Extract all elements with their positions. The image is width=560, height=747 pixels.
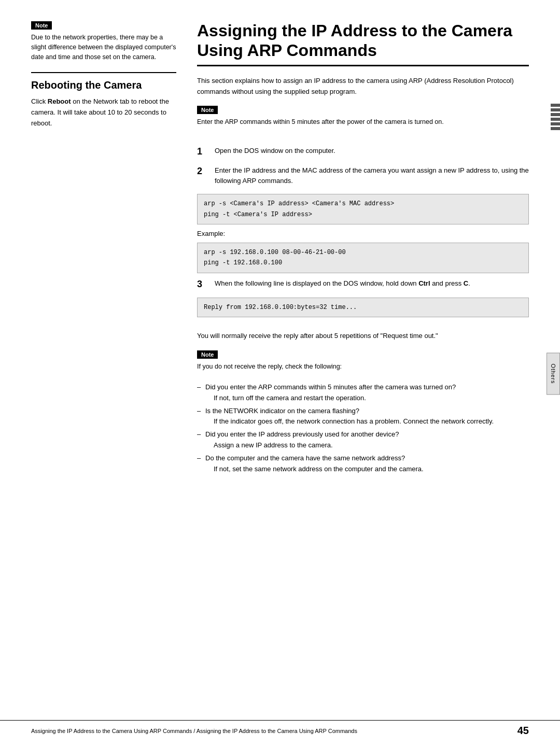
note2-text: If you do not receive the reply, check t… bbox=[197, 362, 529, 372]
left-note-label: Note bbox=[31, 21, 52, 30]
step-2-num: 2 bbox=[197, 165, 212, 177]
step-3: 3 When the following line is displayed o… bbox=[197, 278, 529, 290]
bullet-item-4: Do the computer and the camera have the … bbox=[197, 453, 529, 475]
step-3-text-after: . bbox=[468, 279, 470, 287]
right-note-text: Enter the ARP commands within 5 minutes … bbox=[197, 117, 529, 127]
step-3-bold-ctrl: Ctrl bbox=[418, 279, 430, 287]
page-container: Others Note Due to the network propertie… bbox=[0, 0, 560, 747]
step-2: 2 Enter the IP address and the MAC addre… bbox=[197, 165, 529, 187]
step-2-text: Enter the IP address and the MAC address… bbox=[215, 165, 529, 187]
bullet-item-3: Did you enter the IP address previously … bbox=[197, 429, 529, 451]
reboot-bold: Reboot bbox=[48, 97, 71, 105]
bullet-2-sub: If the indicator goes off, the network c… bbox=[205, 417, 494, 425]
bullet-list: Did you enter the ARP commands within 5 … bbox=[197, 382, 529, 474]
note2-label: Note bbox=[197, 350, 218, 359]
step-1-text: Open the DOS window on the computer. bbox=[215, 146, 529, 157]
code-box-1: arp -s <Camera's IP address> <Camera's M… bbox=[197, 194, 529, 224]
bullet-1-dash: Did you enter the ARP commands within 5 … bbox=[205, 383, 456, 391]
left-note-text: Due to the network properties, there may… bbox=[31, 33, 176, 62]
code-box-3-line1: Reply from 192.168.0.100:bytes=32 time..… bbox=[204, 302, 522, 313]
right-note-label: Note bbox=[197, 106, 218, 114]
code-box-2-line2: ping -t 192.168.0.100 bbox=[204, 258, 522, 268]
bullet-3-sub: Assign a new IP address to the camera. bbox=[205, 441, 333, 449]
code-box-1-line1: arp -s <Camera's IP address> <Camera's M… bbox=[204, 199, 522, 209]
bullet-item-2: Is the NETWORK indicator on the camera f… bbox=[197, 406, 529, 428]
after-step3-text: You will normally receive the reply afte… bbox=[197, 331, 529, 342]
bullet-item-1: Did you enter the ARP commands within 5 … bbox=[197, 382, 529, 404]
section-divider bbox=[31, 72, 176, 73]
sidebar-tab: Others bbox=[547, 353, 560, 394]
bullet-3-dash: Did you enter the IP address previously … bbox=[205, 430, 399, 438]
reboot-section-body: Click Reboot on the Network tab to reboo… bbox=[31, 96, 176, 129]
step-3-bold-c: C bbox=[464, 279, 468, 287]
step-3-text: When the following line is displayed on … bbox=[215, 278, 529, 289]
bullet-4-sub: If not, set the same network address on … bbox=[205, 465, 424, 473]
step-1: 1 Open the DOS window on the computer. bbox=[197, 146, 529, 158]
footer-page-num: 45 bbox=[517, 725, 529, 737]
step-1-num: 1 bbox=[197, 146, 212, 158]
bullet-4-dash: Do the computer and the camera have the … bbox=[205, 454, 405, 462]
reboot-section-title: Rebooting the Camera bbox=[31, 79, 176, 91]
step-3-num: 3 bbox=[197, 278, 212, 290]
step-3-text-middle: and press bbox=[430, 279, 464, 287]
code-box-2-line1: arp -s 192.168.0.100 08-00-46-21-00-00 bbox=[204, 247, 522, 258]
right-note-container: Note Enter the ARP commands within 5 min… bbox=[197, 105, 529, 127]
note2-container: Note If you do not receive the reply, ch… bbox=[197, 350, 529, 372]
example-label: Example: bbox=[197, 230, 529, 237]
bullet-1-sub: If not, turn off the camera and restart … bbox=[205, 394, 366, 402]
step-3-text-before: When the following line is displayed on … bbox=[215, 279, 418, 287]
code-box-2: arp -s 192.168.0.100 08-00-46-21-00-00 p… bbox=[197, 243, 529, 273]
page-footer: Assigning the IP Address to the Camera U… bbox=[0, 720, 560, 737]
left-column: Note Due to the network properties, ther… bbox=[31, 21, 176, 476]
intro-text: This section explains how to assign an I… bbox=[197, 76, 529, 97]
left-note-container: Note Due to the network properties, ther… bbox=[31, 21, 176, 62]
bullet-2-dash: Is the NETWORK indicator on the camera f… bbox=[205, 407, 359, 415]
footer-text: Assigning the IP Address to the Camera U… bbox=[31, 728, 507, 734]
page-title: Assigning the IP Address to the Camera U… bbox=[197, 21, 529, 66]
code-box-3: Reply from 192.168.0.100:bytes=32 time..… bbox=[197, 298, 529, 317]
right-column: Assigning the IP Address to the Camera U… bbox=[197, 21, 529, 476]
code-box-1-line2: ping -t <Camera's IP address> bbox=[204, 209, 522, 220]
sidebar-decoration bbox=[551, 104, 560, 130]
